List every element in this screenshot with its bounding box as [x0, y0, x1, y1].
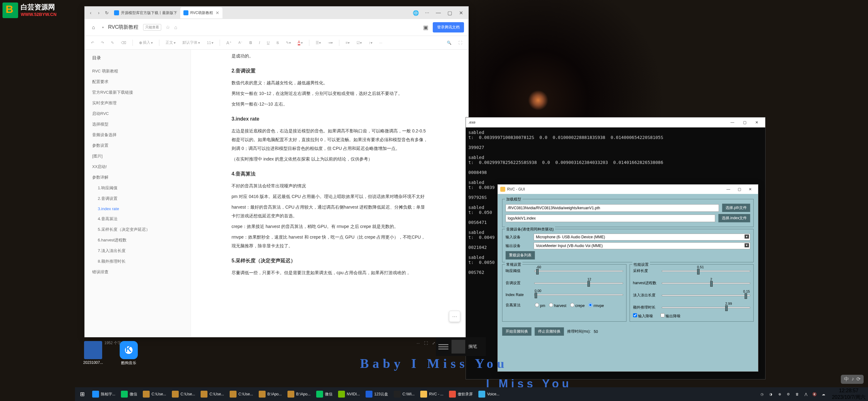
toc-item[interactable]: 音频设备选择: [92, 130, 183, 140]
highlight-icon[interactable]: ✎▾: [284, 39, 293, 46]
toolbar-more-icon[interactable]: ···: [377, 39, 384, 46]
select-index-button[interactable]: 选择.index文件: [718, 214, 750, 222]
window-minimize-icon[interactable]: —: [723, 187, 734, 192]
taskbar-task[interactable]: RVC - ...: [418, 388, 446, 400]
toc-item[interactable]: 实时变声推理: [92, 98, 183, 108]
reload-devices-button[interactable]: 重载设备列表: [505, 251, 535, 260]
threshold-slider[interactable]: -60: [534, 270, 623, 272]
taskbar-task[interactable]: C:\Wi...: [391, 388, 417, 400]
algo-radio-harvest[interactable]: harvest: [549, 303, 566, 308]
toc-item[interactable]: 4.音高算法: [92, 213, 183, 224]
redo-icon[interactable]: ↷: [99, 39, 106, 46]
algo-radio-rmvpe[interactable]: rmvpe: [588, 303, 604, 308]
fullscreen-icon[interactable]: ⤢: [432, 341, 435, 345]
window-minimize-icon[interactable]: —: [726, 120, 739, 125]
input-device-select[interactable]: Microphone (6- USB Audio Device (MME): [534, 234, 750, 240]
toc-item[interactable]: 1.响应阈值: [92, 183, 183, 193]
start-button[interactable]: ⊞: [75, 387, 89, 401]
select-pth-button[interactable]: 选择.pth文件: [722, 204, 750, 212]
window-maximize-icon[interactable]: ▢: [734, 187, 745, 192]
insert-menu[interactable]: ⊕ 插入 ▾: [137, 39, 155, 46]
bold-icon[interactable]: B: [247, 39, 254, 46]
toc-item[interactable]: 参数设置: [92, 140, 183, 151]
doc-sidebar[interactable]: 目录 RVC 萌新教程配置要求官方RVC最新下载链接实时变声推理启动RVC选择模…: [85, 49, 191, 337]
toc-item[interactable]: 启动RVC: [92, 108, 183, 119]
pth-path-input[interactable]: [505, 204, 719, 212]
line-height-icon[interactable]: ↕▾: [367, 39, 374, 46]
taskbar-task[interactable]: 陈柏宇...: [90, 388, 118, 400]
window-close-icon[interactable]: ✕: [455, 7, 466, 19]
extra-slider[interactable]: 2.99: [662, 307, 750, 308]
start-button[interactable]: 开始音频转换: [502, 327, 531, 336]
harvest-slider[interactable]: 2: [662, 282, 750, 284]
ime-sync-icon[interactable]: ⟳: [857, 376, 861, 382]
taskbar-task[interactable]: 微信: [118, 388, 140, 400]
desktop-icon-kugou[interactable]: 酷狗音乐: [117, 341, 141, 366]
clear-format-icon[interactable]: ⌫: [119, 39, 128, 46]
toc-item[interactable]: 6.harvest进程数: [92, 235, 183, 245]
tab-close-icon[interactable]: ✕: [216, 10, 219, 15]
tag-icon[interactable]: ⌂: [174, 25, 178, 30]
nav-back-icon[interactable]: ‹: [87, 9, 95, 17]
taskbar-task[interactable]: C:\Use...: [227, 388, 256, 400]
taskbar-task[interactable]: 傲软录屏: [446, 388, 475, 400]
toc-item[interactable]: 8.额外推理时长: [92, 256, 183, 267]
toc-item[interactable]: [图片]: [92, 151, 183, 162]
window-maximize-icon[interactable]: ▢: [444, 7, 455, 19]
font-size-up-icon[interactable]: A⁺: [224, 39, 233, 46]
search-icon[interactable]: 🔍: [445, 39, 453, 46]
browser-tab-1[interactable]: RVC萌新教程✕: [180, 7, 222, 19]
floating-more-button[interactable]: ⋯: [449, 311, 460, 322]
size-select[interactable]: 11 ▾: [205, 39, 215, 46]
nav-reload-icon[interactable]: ↻: [103, 9, 111, 17]
toc-item[interactable]: 官方RVC最新下载链接: [92, 87, 183, 98]
toc-item[interactable]: XX启动!: [92, 162, 183, 172]
home-icon[interactable]: ⌂: [89, 23, 98, 32]
browser-titlebar[interactable]: ‹ › ↻ 开源模型库官方版下载丨最新版下 RVC萌新教程✕ 🌐 ··· — ▢…: [85, 6, 468, 19]
output-device-select[interactable]: VoiceMeeter Input (VB-Audio Voi (MME): [534, 242, 750, 249]
italic-icon[interactable]: I: [257, 39, 262, 46]
indent-icon[interactable]: ⇥▾: [326, 39, 335, 46]
expand-icon[interactable]: ⛶: [457, 39, 464, 46]
console-titlebar[interactable]: .exe — ▢ ✕: [466, 118, 765, 127]
browser-tab-0[interactable]: 开源模型库官方版下载丨最新版下: [111, 7, 180, 19]
tray-icon[interactable]: 🗑: [794, 391, 800, 397]
taskbar-task[interactable]: 微信: [314, 388, 335, 400]
taskbar-task[interactable]: C:\Use...: [169, 388, 198, 400]
taskbar-task[interactable]: B:\Apo...: [285, 388, 313, 400]
toc-item[interactable]: 2.音调设置: [92, 193, 183, 204]
algo-radio-pm[interactable]: pm: [535, 303, 545, 308]
taskbar-task[interactable]: 123云盘: [363, 388, 391, 400]
tray-icon[interactable]: ⋀: [803, 391, 809, 397]
font-select[interactable]: 默认字体 ▾: [181, 39, 202, 46]
window-close-icon[interactable]: ✕: [745, 187, 755, 192]
doc-content[interactable]: 是成功的。 2.音调设置 数值代表的意义：越高越女性化，越低越男性化。 男转女一…: [191, 49, 468, 337]
tray-icon[interactable]: ☁: [820, 391, 826, 397]
toc-item[interactable]: 参数详解: [92, 172, 183, 183]
tray-icon[interactable]: ⚙: [785, 391, 791, 397]
toc-item[interactable]: 5.采样长度（决定变声延迟）: [92, 224, 183, 235]
index-rate-slider[interactable]: 0.00: [534, 294, 623, 295]
taskbar-clock[interactable]: 12:28:57 2023/10/7/周六: [829, 388, 868, 401]
window-minimize-icon[interactable]: —: [433, 7, 444, 19]
toc-item[interactable]: 配置要求: [92, 76, 183, 87]
globe-icon[interactable]: 🌐: [410, 7, 422, 19]
toc-item[interactable]: RVC 萌新教程: [92, 66, 183, 76]
text-color-icon[interactable]: A▾: [296, 39, 305, 46]
taskbar-task[interactable]: B:\Apo...: [256, 388, 284, 400]
undo-icon[interactable]: ↶: [89, 39, 96, 46]
rvc-titlebar[interactable]: RVC - GUI — ▢ ✕: [498, 185, 758, 194]
hamburger-icon[interactable]: [438, 342, 448, 352]
taskbar-task[interactable]: NVIDI...: [336, 388, 363, 400]
format-brush-icon[interactable]: ✎: [109, 39, 116, 46]
toc-item[interactable]: 3.index rate: [92, 204, 183, 213]
strike-icon[interactable]: S: [275, 39, 281, 46]
list-icon[interactable]: ☰▾: [314, 39, 323, 46]
sample-slider[interactable]: 0.51: [662, 270, 750, 272]
footer-more-icon[interactable]: ···: [416, 341, 420, 345]
taskbar-task[interactable]: C:\Use...: [198, 388, 226, 400]
window-maximize-icon[interactable]: ▢: [739, 120, 751, 125]
ime-music-icon[interactable]: ♪: [851, 376, 854, 382]
out-denoise-checkbox[interactable]: 输出降噪: [660, 313, 681, 319]
nav-forward-icon[interactable]: ›: [95, 9, 103, 17]
